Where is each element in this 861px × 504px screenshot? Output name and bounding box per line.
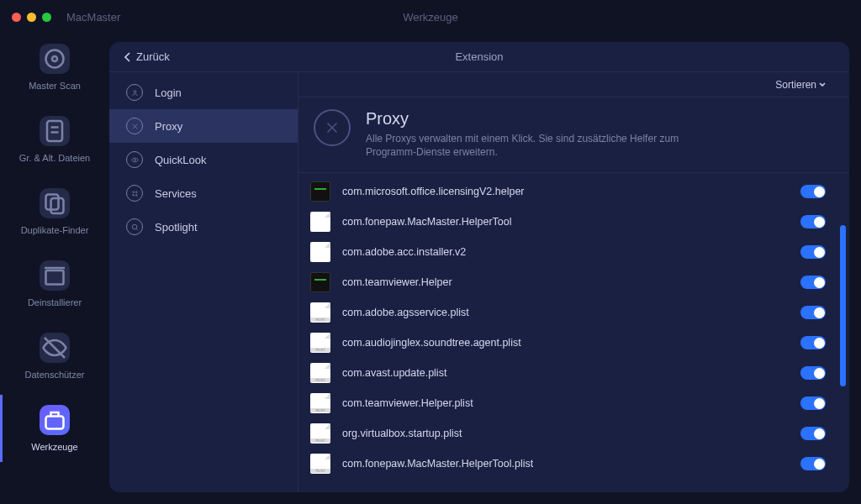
window-controls: [12, 13, 51, 22]
app-name: MacMaster: [66, 11, 120, 24]
maximize-icon[interactable]: [42, 13, 51, 22]
plist-file-icon: [310, 333, 330, 353]
category-label: Services: [155, 187, 197, 200]
user-icon: [126, 84, 143, 101]
plist-file-icon: [310, 363, 330, 383]
sort-button[interactable]: Sortieren: [775, 79, 826, 91]
sidebar-item-masterscan[interactable]: Master Scan: [0, 39, 109, 96]
sidebar-item-label: Deinstallierer: [28, 297, 82, 307]
eye-icon: [126, 151, 143, 168]
list-item[interactable]: com.teamviewer.Helper: [298, 267, 849, 297]
toolbox-icon: [40, 405, 70, 435]
svg-rect-5: [46, 270, 64, 285]
sidebar-item-privacy[interactable]: Datenschützer: [0, 328, 109, 385]
back-label: Zurück: [136, 50, 170, 63]
chevron-down-icon: [819, 82, 826, 87]
enable-toggle[interactable]: [800, 457, 826, 470]
svg-point-11: [132, 194, 134, 196]
svg-rect-4: [51, 198, 64, 213]
sidebar-item-tools[interactable]: Werkzeuge: [0, 400, 109, 457]
sidebar-item-duplicates[interactable]: Duplikate-Finder: [0, 183, 109, 240]
category-login[interactable]: Login: [109, 76, 298, 109]
enable-toggle[interactable]: [800, 245, 826, 259]
item-list[interactable]: com.microsoft.office.licensingV2.helperc…: [298, 173, 849, 492]
list-item[interactable]: com.teamviewer.Helper.plist: [298, 388, 849, 418]
list-item[interactable]: com.audiojinglex.soundtree.agent.plist: [298, 328, 849, 358]
list-item[interactable]: com.avast.update.plist: [298, 358, 849, 388]
category-label: Proxy: [155, 120, 182, 133]
list-item[interactable]: org.virtualbox.startup.plist: [298, 418, 849, 449]
panel-title: Extension: [455, 50, 503, 63]
hero-title: Proxy: [366, 109, 719, 129]
item-name: com.teamviewer.Helper: [342, 276, 789, 288]
scrollbar[interactable]: [840, 225, 846, 386]
item-name: com.adobe.agsservice.plist: [342, 307, 789, 318]
plist-file-icon: [310, 393, 330, 413]
item-name: com.avast.update.plist: [342, 367, 789, 379]
list-item[interactable]: com.adobe.agsservice.plist: [298, 297, 849, 328]
category-services[interactable]: Services: [109, 176, 298, 210]
sidebar: Master Scan Gr. & Alt. Dateien Duplikate…: [0, 34, 109, 504]
search-icon: [126, 218, 143, 235]
item-name: com.teamviewer.Helper.plist: [342, 397, 789, 409]
enable-toggle[interactable]: [800, 306, 826, 319]
sidebar-item-uninstall[interactable]: Deinstallierer: [0, 255, 109, 312]
svg-point-0: [46, 50, 64, 68]
document-icon: [40, 116, 70, 146]
list-item[interactable]: com.adobe.acc.installer.v2: [298, 237, 849, 267]
list-item[interactable]: com.fonepaw.MacMaster.HelperTool.plist: [298, 449, 849, 479]
grid-icon: [126, 185, 143, 202]
panel: Zurück Extension Login Proxy: [109, 42, 849, 492]
list-item[interactable]: com.fonepaw.MacMaster.HelperTool: [298, 207, 849, 237]
sidebar-item-label: Master Scan: [29, 81, 81, 91]
hero-desc: Alle Proxys verwalten mit einem Klick. S…: [366, 132, 719, 159]
target-icon: [40, 44, 70, 74]
copy-icon: [40, 188, 70, 218]
item-name: com.adobe.acc.installer.v2: [342, 246, 789, 258]
category-quicklook[interactable]: QuickLook: [109, 143, 298, 176]
svg-point-7: [134, 90, 136, 92]
enable-toggle[interactable]: [800, 215, 826, 228]
sort-bar: Sortieren: [298, 72, 849, 97]
list-item[interactable]: com.microsoft.office.licensingV2.helper: [298, 176, 849, 207]
close-icon[interactable]: [12, 13, 21, 22]
enable-toggle[interactable]: [800, 427, 826, 440]
item-name: com.fonepaw.MacMaster.HelperTool.plist: [342, 458, 789, 470]
enable-toggle[interactable]: [800, 366, 826, 380]
exec-file-icon: [310, 181, 330, 202]
enable-toggle[interactable]: [800, 396, 826, 410]
sidebar-item-label: Gr. & Alt. Dateien: [19, 153, 90, 163]
sidebar-item-label: Datenschützer: [25, 370, 85, 380]
plist-file-icon: [310, 423, 330, 444]
window-title: Werkzeuge: [403, 11, 458, 24]
svg-point-1: [52, 56, 57, 61]
svg-point-13: [132, 224, 137, 229]
sidebar-item-largefiles[interactable]: Gr. & Alt. Dateien: [0, 111, 109, 168]
archive-icon: [40, 260, 70, 291]
item-name: org.virtualbox.startup.plist: [342, 428, 789, 439]
category-label: Login: [155, 87, 182, 99]
panel-header: Zurück Extension: [109, 42, 849, 72]
category-spotlight[interactable]: Spotlight: [109, 210, 298, 244]
proxy-icon: [314, 109, 351, 146]
svg-point-9: [132, 191, 134, 192]
svg-rect-2: [47, 121, 62, 141]
svg-point-8: [134, 159, 135, 160]
minimize-icon[interactable]: [27, 13, 36, 22]
plist-file-icon: [310, 454, 330, 474]
item-name: com.microsoft.office.licensingV2.helper: [342, 186, 789, 197]
svg-point-12: [135, 194, 137, 196]
blank-file-icon: [310, 242, 330, 262]
sidebar-item-label: Duplikate-Finder: [21, 225, 89, 235]
svg-rect-3: [46, 195, 59, 210]
enable-toggle[interactable]: [800, 276, 826, 289]
category-label: Spotlight: [155, 221, 198, 234]
category-label: QuickLook: [155, 154, 206, 166]
proxy-icon: [126, 118, 143, 134]
back-button[interactable]: Zurück: [124, 50, 170, 63]
enable-toggle[interactable]: [800, 185, 826, 198]
enable-toggle[interactable]: [800, 336, 826, 349]
plist-file-icon: [310, 302, 330, 323]
titlebar: MacMaster Werkzeuge: [0, 0, 861, 34]
category-proxy[interactable]: Proxy: [109, 109, 298, 143]
